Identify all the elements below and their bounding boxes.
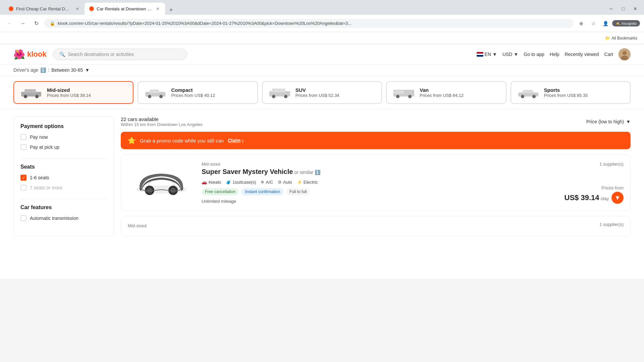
cart-link[interactable]: Cart [604,52,613,57]
browser-tab-1[interactable]: Find Cheap Car Rental Deals & ✕ [4,3,85,15]
browser-tab-2[interactable]: Car Rentals at Downtown Los A... ✕ [85,3,165,15]
seats-title: Seats [20,164,107,170]
promo-banner[interactable]: ⭐ Grab a promo code while you still can … [121,132,631,149]
1-6-seats-label: 1-6 seats [30,175,49,180]
incognito-icon: 🕵 [615,21,620,25]
svg-point-21 [521,95,524,98]
van-car-svg [392,86,416,99]
suv-car-image [268,86,291,99]
all-bookmarks[interactable]: 📁 All Bookmarks [602,35,640,42]
results-count: 22 cars available [121,116,203,122]
automatic-checkbox[interactable] [20,215,26,221]
pay-at-pickup-option[interactable]: Pay at pick up [20,144,107,150]
sidebar-filters: Payment options Pay now Pay at pick up S… [13,116,114,236]
go-to-app-link[interactable]: Go to app [524,52,544,57]
browser-titlebar: Find Cheap Car Rental Deals & ✕ Car Rent… [0,0,644,15]
pay-at-pickup-checkbox[interactable] [20,144,26,150]
tab-2-favicon [89,6,94,11]
car-type-price-sports: Prices from US$ 85.35 [544,93,588,98]
incognito-label: Incognito [622,21,637,25]
car-type-name-compact: Compact [171,87,215,93]
ac-value: A/C [266,180,273,185]
tab-2-close[interactable]: ✕ [155,6,160,11]
car-category-1: Mid-sized [202,162,558,167]
car-type-price-compact: Prices from US$ 40.12 [171,93,215,98]
browser-toolbar: ← → ↻ 🔒 klook.com/en-US/car-rentals/resu… [0,15,644,32]
spec-electric: ⚡ Electric [297,180,318,185]
currency-selector[interactable]: USD ▼ [502,52,518,57]
svg-rect-20 [523,90,533,93]
help-link[interactable]: Help [550,52,559,57]
address-bar[interactable]: 🔒 klook.com/en-US/car-rentals/results/?p… [44,19,573,28]
price-amount-1: US$ 39.14 /day [565,193,609,202]
car-type-mid-sized[interactable]: Mid-sized Prices from US$ 39.14 [13,81,133,104]
pay-now-option[interactable]: Pay now [20,134,107,140]
7-plus-seats-checkbox[interactable] [20,185,26,191]
incognito-badge: 🕵 Incognito [612,20,640,26]
car-features-title: Car features [20,204,107,210]
car-type-van[interactable]: Van Prices from US$ 84.12 [386,81,506,104]
mystery-car-svg [131,164,192,201]
transmission-value: Auto [283,180,292,185]
price-per-day-1: /day [600,196,609,201]
car-card-2: Mid-sized 1 supplier(s) [121,216,631,236]
klook-logo[interactable]: 🌺 klook [13,49,46,60]
tab-1-title: Find Cheap Car Rental Deals & [16,6,72,11]
compact-car-image [144,86,167,99]
car-image-1 [131,164,192,201]
electric-value: Electric [304,180,318,185]
minimize-button[interactable]: ─ [606,4,616,13]
tab-2-title: Car Rentals at Downtown Los A... [97,6,152,11]
pay-at-pickup-label: Pay at pick up [30,144,59,150]
1-6-seats-checkbox[interactable]: ✓ [20,175,26,181]
svg-rect-8 [150,89,159,93]
bookmark-button[interactable]: ☆ [588,18,599,29]
car-type-suv[interactable]: SUV Prices from US$ 52.34 [262,81,382,104]
7-plus-seats-option[interactable]: 7 seats or more [20,185,107,191]
count-number: 22 [121,116,126,122]
car-type-price-mid-sized: Prices from US$ 39.14 [47,93,91,98]
language-dropdown-icon: ▼ [492,52,497,57]
tab-1-close[interactable]: ✕ [74,6,80,11]
back-button[interactable]: ← [4,18,15,29]
site-header: 🌺 klook 🔍 Search destinations or activit… [0,44,644,65]
secure-icon: 🔒 [50,21,55,26]
svg-point-25 [147,188,152,193]
language-selector[interactable]: EN ▼ [477,52,497,57]
results-area: 22 cars available Within 15 km from Down… [121,116,631,242]
1-6-seats-option[interactable]: ✓ 1-6 seats [20,175,107,181]
mid-sized-info: Mid-sized Prices from US$ 39.14 [47,87,91,98]
unlimited-mileage-tag: Unlimited mileage [202,199,558,204]
user-avatar[interactable] [619,48,631,60]
spec-suitcase: 🧳 1suitcase(s) [226,180,256,185]
drivers-age-selector[interactable]: Driver's age ℹ️ : Between 30-65 ▼ [13,67,90,73]
search-bar[interactable]: 🔍 Search destinations or activities [53,49,187,60]
spec-transmission: ⚙ Auto [278,180,292,185]
extension-button[interactable]: ⊕ [576,18,587,29]
close-button[interactable]: ✕ [631,4,640,13]
electric-icon: ⚡ [297,180,302,185]
maximize-button[interactable]: □ [619,4,628,13]
forward-button[interactable]: → [17,18,28,29]
automatic-option[interactable]: Automatic transmission [20,215,107,221]
car-type-sports[interactable]: Sports Prices from US$ 85.35 [511,81,631,104]
svg-point-27 [170,188,176,193]
refresh-button[interactable]: ↻ [31,18,42,29]
url-text: klook.com/en-US/car-rentals/results/?pDa… [58,21,568,26]
sort-selector[interactable]: Price (low to high) ▼ [586,119,631,124]
promo-claim-link[interactable]: Claim › [228,138,244,143]
browser-window: Find Cheap Car Rental Deals & ✕ Car Rent… [0,0,644,279]
car-name-1: Super Saver Mystery Vehicle [202,168,293,176]
expand-button-1[interactable]: ▼ [611,192,624,204]
results-header: 22 cars available Within 15 km from Down… [121,116,631,127]
car-type-compact[interactable]: Compact Prices from US$ 40.12 [138,81,258,104]
van-info: Van Prices from US$ 84.12 [420,87,464,98]
sort-chevron-icon: ▼ [626,119,631,124]
svg-rect-12 [272,88,285,93]
pay-now-checkbox[interactable] [20,134,26,140]
promo-arrow-icon: › [242,138,244,143]
new-tab-button[interactable]: + [166,5,176,15]
payment-options-section: Payment options Pay now Pay at pick up [20,123,107,150]
recently-viewed-link[interactable]: Recently viewed [565,52,599,57]
profile-button[interactable]: 👤 [600,18,611,29]
